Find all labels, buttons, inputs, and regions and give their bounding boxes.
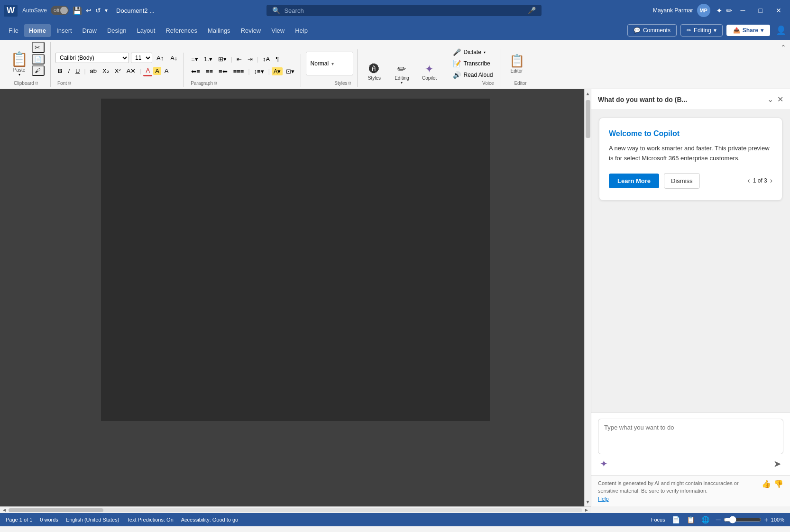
focus-button[interactable]: Focus <box>651 517 665 523</box>
strikethrough-button[interactable]: ab <box>88 66 99 76</box>
borders-button[interactable]: ⊡▾ <box>284 66 297 76</box>
format-painter-button[interactable]: 🖌 <box>32 65 45 76</box>
document-scroll[interactable] <box>0 89 591 506</box>
bullets-button[interactable]: ≡▾ <box>189 54 201 64</box>
copilot-textarea[interactable] <box>604 424 777 448</box>
scroll-right-arrow[interactable]: ► <box>584 507 589 513</box>
quick-access-more[interactable]: ▾ <box>105 7 108 14</box>
thumbs-down-button[interactable]: 👎 <box>774 479 783 488</box>
thumbs-up-button[interactable]: 👍 <box>762 479 771 488</box>
styles-large-button[interactable]: 🅐 Styles <box>362 61 386 87</box>
print-layout-button[interactable]: 📋 <box>687 516 695 523</box>
autosave-toggle[interactable]: Off <box>51 6 69 15</box>
copilot-input-box[interactable] <box>598 419 783 454</box>
prev-page-button[interactable]: ‹ <box>747 176 750 185</box>
next-page-button[interactable]: › <box>770 176 772 185</box>
zoom-slider[interactable] <box>724 516 762 523</box>
show-marks-button[interactable]: ¶ <box>273 54 281 64</box>
h-scroll-thumb[interactable] <box>9 508 103 512</box>
scroll-down-arrow[interactable]: ▼ <box>584 497 591 506</box>
copilot-minimize-button[interactable]: ⌄ <box>767 95 773 104</box>
shading-button[interactable]: A▾ <box>272 67 283 75</box>
menu-item-insert[interactable]: Insert <box>52 24 77 37</box>
zoom-in-button[interactable]: + <box>764 516 768 523</box>
increase-indent-button[interactable]: ⇥ <box>245 54 255 64</box>
transcribe-button[interactable]: 📝 Transcribe <box>450 59 496 68</box>
bold-button[interactable]: B <box>55 66 64 76</box>
editing-large-button[interactable]: ✏ Editing ▾ <box>390 61 413 87</box>
minimize-button[interactable]: ─ <box>736 6 750 15</box>
line-spacing-button[interactable]: ↕≡▾ <box>252 66 266 76</box>
menu-item-file[interactable]: File <box>4 24 23 37</box>
profile-button[interactable]: 👤 <box>776 25 786 36</box>
underline-button[interactable]: U <box>73 66 82 76</box>
read-aloud-button[interactable]: 🔊 Read Aloud <box>450 70 496 80</box>
clear-format-button[interactable]: A✕ <box>124 66 138 76</box>
menu-item-design[interactable]: Design <box>102 24 131 37</box>
document-area[interactable]: ▲ ▼ <box>0 89 591 506</box>
paragraph-expand-icon[interactable]: ⊡ <box>214 81 217 85</box>
subscript-button[interactable]: X₂ <box>100 66 111 76</box>
pen-icon-btn[interactable]: ✏ <box>726 6 732 15</box>
search-bar[interactable]: 🔍 🎤 <box>266 5 542 16</box>
dictate-button[interactable]: 🎤 Dictate ▾ <box>450 47 496 57</box>
h-scroll-track[interactable] <box>9 508 582 512</box>
copilot-large-button[interactable]: ✦ Copilot <box>417 61 441 87</box>
learn-more-button[interactable]: Learn More <box>609 174 659 188</box>
menu-item-help[interactable]: Help <box>290 24 312 37</box>
superscript-button[interactable]: X² <box>112 66 123 76</box>
font-expand-icon[interactable]: ⊡ <box>68 81 71 85</box>
search-input[interactable] <box>284 7 524 14</box>
copilot-sparkle-icon[interactable]: ✦ <box>600 458 608 469</box>
menu-item-mailings[interactable]: Mailings <box>203 24 235 37</box>
redo-button[interactable]: ↺ <box>95 7 101 14</box>
menu-item-references[interactable]: References <box>161 24 202 37</box>
decrease-indent-button[interactable]: ⇤ <box>234 54 244 64</box>
text-color-button[interactable]: A <box>162 66 171 76</box>
styles-gallery[interactable]: Normal ▾ <box>306 52 353 75</box>
align-right-button[interactable]: ≡⬅ <box>216 66 230 76</box>
cut-button[interactable]: ✂ <box>32 42 45 53</box>
scroll-up-arrow[interactable]: ▲ <box>584 89 591 98</box>
vertical-scrollbar[interactable]: ▲ ▼ <box>584 89 591 506</box>
menu-item-draw[interactable]: Draw <box>78 24 101 37</box>
copy-button[interactable]: 📄 <box>32 54 45 64</box>
copilot-close-button[interactable]: ✕ <box>777 95 783 104</box>
italic-button[interactable]: I <box>65 66 72 76</box>
close-button[interactable]: ✕ <box>771 6 786 15</box>
save-button[interactable]: 💾 <box>73 6 82 15</box>
share-button[interactable]: 📤 Share ▾ <box>726 25 770 36</box>
microphone-icon[interactable]: 🎤 <box>528 7 536 14</box>
zoom-out-button[interactable]: ─ <box>716 516 721 523</box>
font-color-button[interactable]: A <box>143 65 152 76</box>
clipboard-expand-icon[interactable]: ⊡ <box>35 81 38 85</box>
ribbon-collapse-button[interactable]: ⌃ <box>781 44 786 51</box>
multilevel-button[interactable]: ⊞▾ <box>216 54 229 64</box>
font-size-select[interactable]: 11 <box>131 53 152 63</box>
avatar[interactable]: MP <box>697 4 710 17</box>
dismiss-button[interactable]: Dismiss <box>664 173 700 189</box>
styles-expand-icon[interactable]: ⊡ <box>348 81 351 85</box>
copilot-send-button[interactable]: ➤ <box>773 458 781 469</box>
align-left-button[interactable]: ⬅≡ <box>189 66 202 76</box>
copilot-icon-btn[interactable]: ✦ <box>716 6 722 15</box>
maximize-button[interactable]: □ <box>754 6 767 15</box>
font-name-select[interactable]: Calibri (Body) <box>55 53 129 63</box>
editing-button[interactable]: ✏ Editing ▾ <box>680 24 723 37</box>
highlight-button[interactable]: A <box>153 67 161 75</box>
menu-item-review[interactable]: Review <box>236 24 266 37</box>
help-link[interactable]: Help <box>598 496 609 502</box>
scroll-left-arrow[interactable]: ◄ <box>2 507 7 513</box>
editor-large-button[interactable]: 📋 Editor <box>505 52 529 75</box>
undo-button[interactable]: ↩ <box>86 7 92 14</box>
increase-font-button[interactable]: A↑ <box>154 53 166 63</box>
numbering-button[interactable]: 1.▾ <box>202 54 215 64</box>
sort-button[interactable]: ↕A <box>260 54 272 64</box>
paste-button[interactable]: 📋 Paste ▾ <box>8 50 31 78</box>
align-center-button[interactable]: ≡≡ <box>203 66 215 76</box>
menu-item-layout[interactable]: Layout <box>132 24 160 37</box>
read-mode-button[interactable]: 📄 <box>672 516 680 523</box>
menu-item-view[interactable]: View <box>266 24 289 37</box>
comments-button[interactable]: 💬 Comments <box>627 24 677 37</box>
menu-item-home[interactable]: Home <box>24 24 51 37</box>
